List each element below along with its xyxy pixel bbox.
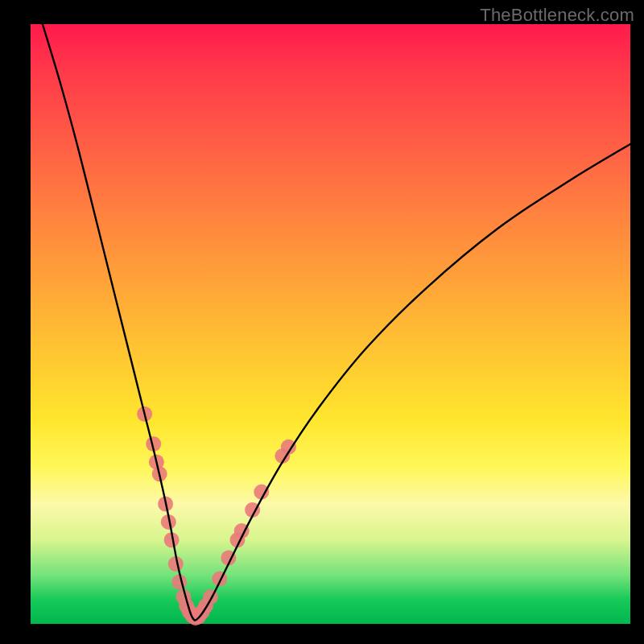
chart-svg — [31, 24, 630, 624]
chart-frame: TheBottleneck.com — [0, 0, 644, 644]
data-marker — [171, 574, 187, 589]
watermark-text: TheBottleneck.com — [480, 5, 634, 26]
bottleneck-curve — [43, 24, 630, 621]
marker-group — [137, 407, 296, 625]
plot-area — [31, 24, 630, 624]
